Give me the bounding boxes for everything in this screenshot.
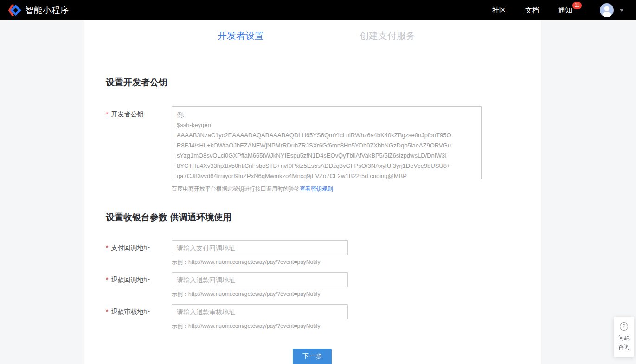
refund-audit-input[interactable] [172,304,348,319]
app-logo[interactable]: 智能小程序 [7,3,69,17]
field-label-developer-pubkey: *开发者公钥 [106,106,172,119]
form-row-refund-audit: *退款审核地址 示例：http://www.nuomi.com/geteway/… [84,304,541,330]
chevron-down-icon[interactable] [619,9,624,12]
pubkey-helper-text: 百度电商开放平台根据此秘钥进行接口调用时的验签查看密钥规则 [172,185,482,193]
required-asterisk: * [106,276,108,283]
step-developer-settings: 开发者设置 [167,30,314,42]
help-widget-label: 问题 [614,334,634,343]
field-label-refund-callback: *退款回调地址 [106,272,172,298]
top-navbar: 智能小程序 社区 文档 通知11 [0,0,636,20]
refund-audit-hint: 示例：http://www.nuomi.com/geteway/pay/?eve… [172,322,348,330]
field-refund-audit: 示例：http://www.nuomi.com/geteway/pay/?eve… [172,304,348,330]
form-row-refund-callback: *退款回调地址 示例：http://www.nuomi.com/geteway/… [84,272,541,298]
step-indicator: 开发者设置 创建支付服务 [167,30,461,42]
field-pay-callback: 示例：http://www.nuomi.com/geteway/pay/?eve… [172,240,348,266]
field-developer-pubkey: 例: $ssh-keygen AAAAB3NzaC1yc2EAAAADAQABA… [172,106,482,193]
next-step-button[interactable]: 下一步 [293,349,332,364]
help-widget-label: 咨询 [614,343,634,351]
avatar[interactable] [600,3,614,17]
content-panel: 开发者设置 创建支付服务 设置开发者公钥 *开发者公钥 例: $ssh-keyg… [84,20,541,364]
required-asterisk: * [106,244,108,251]
field-refund-callback: 示例：http://www.nuomi.com/geteway/pay/?eve… [172,272,348,298]
field-label-pay-callback: *支付回调地址 [106,240,172,266]
form-row-pay-callback: *支付回调地址 示例：http://www.nuomi.com/geteway/… [84,240,541,266]
form-row-developer-pubkey: *开发者公钥 例: $ssh-keygen AAAAB3NzaC1yc2EAAA… [84,106,541,193]
notification-badge: 11 [572,2,582,9]
developer-pubkey-textarea[interactable]: 例: $ssh-keygen AAAAB3NzaC1yc2EAAAADAQABA… [172,106,482,179]
step-create-payment-service: 创建支付服务 [314,30,461,42]
logo-text: 智能小程序 [25,5,69,16]
navbar-menu: 社区 文档 通知11 [473,3,624,17]
section-title-pubkey: 设置开发者公钥 [106,77,541,89]
required-asterisk: * [106,308,108,315]
pay-callback-input[interactable] [172,240,348,255]
nav-docs[interactable]: 文档 [525,6,539,15]
section-title-cashier: 设置收银台参数 供调通环境使用 [106,211,541,224]
logo-icon [7,3,21,17]
refund-callback-hint: 示例：http://www.nuomi.com/geteway/pay/?eve… [172,290,348,298]
required-asterisk: * [106,110,108,118]
nav-notifications[interactable]: 通知11 [558,6,572,15]
help-widget[interactable]: ? 问题 咨询 [614,317,634,357]
question-icon: ? [620,322,628,331]
view-key-rules-link[interactable]: 查看密钥规则 [300,185,333,192]
pay-callback-hint: 示例：http://www.nuomi.com/geteway/pay/?eve… [172,258,348,266]
user-icon [600,3,614,17]
field-label-refund-audit: *退款审核地址 [106,304,172,330]
refund-callback-input[interactable] [172,272,348,287]
nav-community[interactable]: 社区 [492,6,506,15]
